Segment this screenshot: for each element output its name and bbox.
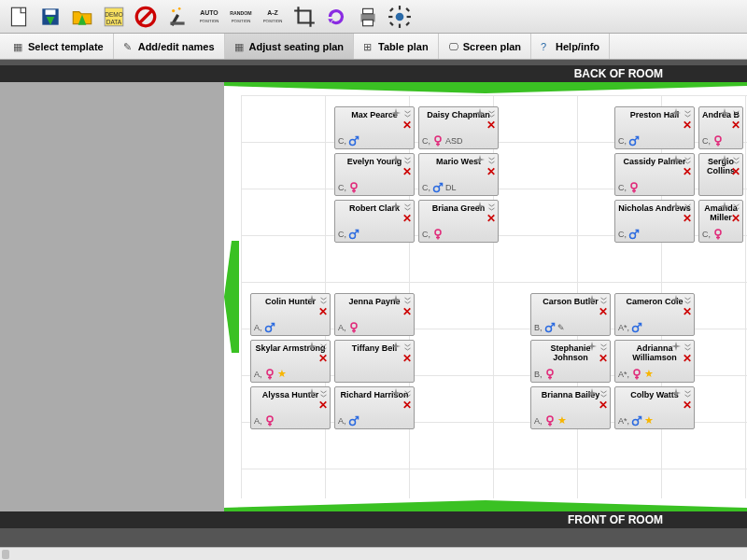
remove-seat-button[interactable]: ✕ <box>402 400 413 411</box>
drag-handle-icon[interactable] <box>587 295 597 304</box>
chevron-icon[interactable] <box>486 156 497 165</box>
scrollbar-thumb[interactable] <box>2 550 9 559</box>
seat-card[interactable]: ✕Alyssa HunterA, <box>250 386 331 429</box>
chevron-icon[interactable] <box>402 343 413 352</box>
remove-seat-button[interactable]: ✕ <box>683 400 693 411</box>
drag-handle-icon[interactable] <box>391 202 401 211</box>
settings-button[interactable] <box>385 2 415 32</box>
drag-handle-icon[interactable] <box>671 155 681 164</box>
drag-handle-icon[interactable] <box>307 342 317 351</box>
drag-handle-icon[interactable] <box>587 388 597 398</box>
chevron-icon[interactable] <box>683 109 693 119</box>
remove-seat-button[interactable]: ✕ <box>731 167 741 177</box>
chevron-icon[interactable] <box>402 156 413 165</box>
remove-seat-button[interactable]: ✕ <box>683 214 693 224</box>
drag-handle-icon[interactable] <box>307 388 317 398</box>
tab-screen-plan[interactable]: 🖵Screen plan <box>439 34 531 59</box>
seat-card[interactable]: ✕Andrea BC, <box>698 106 743 149</box>
drag-handle-icon[interactable] <box>475 155 485 164</box>
drag-handle-icon[interactable] <box>391 155 401 164</box>
seat-card[interactable]: ✕Sergio Collins <box>698 153 743 196</box>
auto-position-button[interactable]: AUTOPOSITION <box>194 2 224 32</box>
chevron-icon[interactable] <box>402 296 413 305</box>
drag-handle-icon[interactable] <box>475 202 485 211</box>
chevron-icon[interactable] <box>318 296 329 305</box>
seat-card[interactable]: ✕Adrianna WilliamsonA*,★ <box>614 340 695 383</box>
seat-card[interactable]: ✕Jenna PayneA, <box>334 293 415 336</box>
drag-handle-icon[interactable] <box>720 155 729 164</box>
chevron-icon[interactable] <box>683 389 693 399</box>
tab-select-template[interactable]: ▦Select template <box>4 34 114 59</box>
chevron-icon[interactable] <box>683 296 693 305</box>
magic-wand-button[interactable] <box>162 2 192 32</box>
seat-card[interactable]: ✕Cameron ColeA*, <box>614 293 695 336</box>
remove-seat-button[interactable]: ✕ <box>402 120 413 131</box>
remove-seat-button[interactable]: ✕ <box>683 354 693 364</box>
remove-seat-button[interactable]: ✕ <box>599 307 609 317</box>
chevron-icon[interactable] <box>599 389 609 399</box>
remove-seat-button[interactable]: ✕ <box>318 307 329 317</box>
remove-seat-button[interactable]: ✕ <box>402 167 413 177</box>
seat-card[interactable]: ✕Mario WestC,DL <box>418 153 499 196</box>
seat-card[interactable]: ✕Richard HarrisonA, <box>334 386 415 429</box>
plan-area[interactable]: ✕Max PearceC,✕Daisy ChapmanC,ASD✕Evelyn … <box>224 82 747 511</box>
seat-card[interactable]: ✕Stephanie JohnsonB, <box>530 340 611 383</box>
chevron-icon[interactable] <box>486 109 497 119</box>
drag-handle-icon[interactable] <box>671 108 681 118</box>
tab-adjust-seating-plan[interactable]: ▦Adjust seating plan <box>225 34 354 59</box>
remove-seat-button[interactable]: ✕ <box>683 120 693 131</box>
chevron-icon[interactable] <box>731 109 741 119</box>
save-button[interactable] <box>35 2 65 32</box>
tab-add-edit-names[interactable]: ✎Add/edit names <box>114 34 225 59</box>
seat-card[interactable]: ✕Skylar ArmstrongA,★ <box>250 340 331 383</box>
seat-card[interactable]: ✕Daisy ChapmanC,ASD <box>418 106 499 149</box>
forbid-button[interactable] <box>131 2 161 32</box>
chevron-icon[interactable] <box>402 109 413 119</box>
remove-seat-button[interactable]: ✕ <box>486 167 497 177</box>
horizontal-scrollbar[interactable] <box>0 547 747 560</box>
chevron-icon[interactable] <box>402 203 413 212</box>
demo-data-button[interactable]: DEMODATA <box>99 2 129 32</box>
remove-seat-button[interactable]: ✕ <box>599 400 609 411</box>
chevron-icon[interactable] <box>486 203 497 212</box>
seat-card[interactable]: ✕Preston HallC, <box>614 106 695 149</box>
seat-card[interactable]: ✕Tiffany Bell <box>334 340 415 383</box>
chevron-icon[interactable] <box>318 389 329 399</box>
drag-handle-icon[interactable] <box>671 388 681 398</box>
remove-seat-button[interactable]: ✕ <box>731 120 741 131</box>
seat-card[interactable]: ✕Carson ButlerB,✎ <box>530 293 611 336</box>
chevron-icon[interactable] <box>402 389 413 399</box>
remove-seat-button[interactable]: ✕ <box>318 400 329 411</box>
seat-card[interactable]: ✕Briana GreenC, <box>418 200 499 243</box>
remove-seat-button[interactable]: ✕ <box>599 354 609 364</box>
seat-card[interactable]: ✕Nicholas AndrewsC, <box>614 200 695 243</box>
drag-handle-icon[interactable] <box>391 388 401 398</box>
drag-handle-icon[interactable] <box>587 342 597 351</box>
remove-seat-button[interactable]: ✕ <box>402 214 413 224</box>
seat-card[interactable]: ✕Max PearceC, <box>334 106 415 149</box>
seat-card[interactable]: ✕Colby WattsA*,★ <box>614 386 695 429</box>
chevron-icon[interactable] <box>599 343 609 352</box>
remove-seat-button[interactable]: ✕ <box>318 354 329 364</box>
drag-handle-icon[interactable] <box>671 202 681 211</box>
drag-handle-icon[interactable] <box>391 108 401 118</box>
seat-card[interactable]: ✕Cassidy PalmerC, <box>614 153 695 196</box>
open-folder-button[interactable] <box>67 2 97 32</box>
remove-seat-button[interactable]: ✕ <box>731 214 741 224</box>
chevron-icon[interactable] <box>731 203 741 212</box>
tab-table-plan[interactable]: ⊞Table plan <box>354 34 439 59</box>
chevron-icon[interactable] <box>318 343 329 352</box>
drag-handle-icon[interactable] <box>671 295 681 304</box>
drag-handle-icon[interactable] <box>720 108 729 118</box>
drag-handle-icon[interactable] <box>391 342 401 351</box>
chevron-icon[interactable] <box>731 156 741 165</box>
chevron-icon[interactable] <box>683 156 693 165</box>
tab-help-info[interactable]: ?Help/info <box>531 34 610 59</box>
random-position-button[interactable]: RANDOMPOSITION <box>226 2 256 32</box>
print-button[interactable] <box>353 2 383 32</box>
drag-handle-icon[interactable] <box>720 202 729 211</box>
rotate-button[interactable] <box>321 2 351 32</box>
new-file-button[interactable] <box>4 2 34 32</box>
seat-card[interactable]: ✕Amanda MillerC, <box>698 200 743 243</box>
remove-seat-button[interactable]: ✕ <box>402 354 413 364</box>
